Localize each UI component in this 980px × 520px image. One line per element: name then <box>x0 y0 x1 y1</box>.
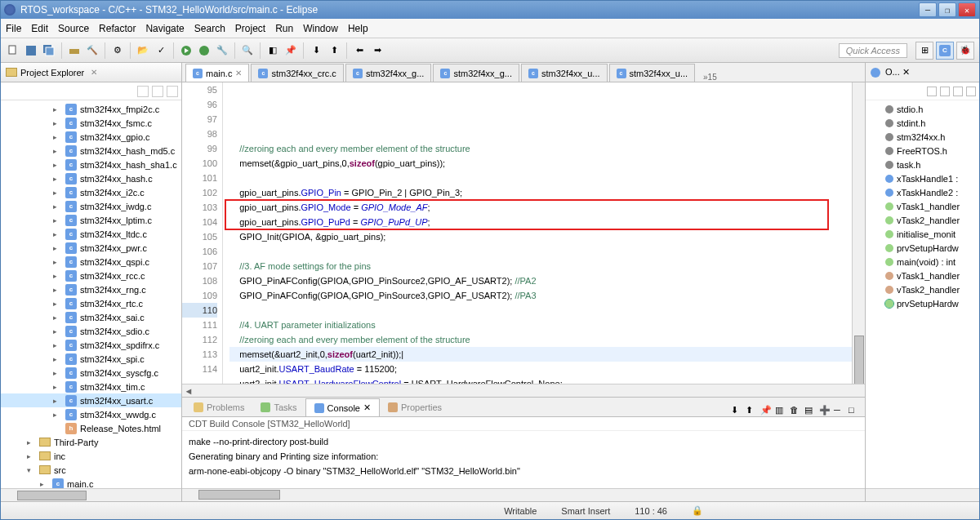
editor-tab[interactable]: cstm32f4xx_g... <box>345 64 432 82</box>
run-button[interactable] <box>179 43 194 58</box>
outline-item[interactable]: vTask1_handler <box>866 199 979 213</box>
ext-tools-button[interactable]: 🔧 <box>215 43 229 58</box>
tree-file-item[interactable]: ▸cstm32f4xx_hash_sha1.c <box>1 158 181 171</box>
project-tree-hscroll[interactable] <box>1 488 181 501</box>
outline-item[interactable]: xTaskHandle2 : <box>866 185 979 199</box>
quick-access-input[interactable]: Quick Access <box>839 43 907 58</box>
outline-sort-icon[interactable] <box>927 87 937 96</box>
menu-help[interactable]: Help <box>348 23 368 34</box>
editor-tab[interactable]: cstm32f4xx_u... <box>609 64 696 82</box>
debug-button[interactable] <box>197 43 212 58</box>
tree-file-item[interactable]: ▸cstm32f4xx_lptim.c <box>1 213 181 227</box>
menu-window[interactable]: Window <box>303 23 338 34</box>
code-editor[interactable]: 9596979899100101102103104105106107108109… <box>182 82 865 384</box>
tree-file-item[interactable]: ▸cstm32f4xx_iwdg.c <box>1 199 181 213</box>
close-console-icon[interactable]: ✕ <box>363 402 371 413</box>
console-body[interactable]: make --no-print-directory post-build Gen… <box>182 431 865 488</box>
tab-problems[interactable]: Problems <box>185 398 252 416</box>
debug-perspective-button[interactable]: 🐞 <box>956 42 974 60</box>
editor-vscroll[interactable] <box>852 82 865 384</box>
outline-item[interactable]: prvSetupHardw <box>866 296 979 310</box>
tree-file-item[interactable]: ▸cstm32f4xx_qspi.c <box>1 255 181 269</box>
tree-file-item[interactable]: ▸cstm32f4xx_fmpi2c.c <box>1 102 181 116</box>
save-all-button[interactable] <box>42 43 56 58</box>
outline-filter-icon[interactable] <box>940 87 950 96</box>
build-button[interactable] <box>67 43 82 58</box>
task-button[interactable]: ✓ <box>154 43 168 58</box>
tree-file-item[interactable]: ▸cstm32f4xx_hash_md5.c <box>1 144 181 158</box>
tab-properties[interactable]: Properties <box>380 398 450 416</box>
tree-file-item[interactable]: ▸cstm32f4xx_rng.c <box>1 282 181 296</box>
display-selected-icon[interactable]: ▥ <box>775 405 786 416</box>
tree-file-item[interactable]: ▸cstm32f4xx_rcc.c <box>1 269 181 282</box>
outline-item[interactable]: stdio.h <box>866 102 979 116</box>
tree-file-item[interactable]: ▸cstm32f4xx_usart.c <box>1 393 181 407</box>
build-all-button[interactable]: 🔨 <box>85 43 100 58</box>
outline-hide-icon[interactable] <box>953 87 963 96</box>
link-editor-icon[interactable] <box>152 86 163 97</box>
outline-item[interactable]: task.h <box>866 158 979 171</box>
outline-hscroll[interactable] <box>866 488 979 501</box>
menu-project[interactable]: Project <box>235 23 265 34</box>
tree-folder-item[interactable]: ▾src <box>1 463 181 477</box>
close-button[interactable]: ✕ <box>958 2 976 17</box>
minimize-button[interactable]: ─ <box>919 2 937 17</box>
open-console-icon[interactable]: ▤ <box>804 405 816 416</box>
code-content[interactable]: //zeroing each and every member element … <box>223 82 852 384</box>
outline-list[interactable]: stdio.hstdint.hstm32f4xx.hFreeRTOS.htask… <box>866 100 979 488</box>
tree-file-item[interactable]: ▸cstm32f4xx_wwdg.c <box>1 407 181 421</box>
outline-item[interactable]: vTask2_handler <box>866 213 979 227</box>
next-annotation-icon[interactable]: ⬇ <box>309 43 323 58</box>
tree-file-item[interactable]: ▸cstm32f4xx_spi.c <box>1 352 181 366</box>
tree-file-item[interactable]: ▸cstm32f4xx_spdifrx.c <box>1 338 181 352</box>
tree-file-item[interactable]: ▸cstm32f4xx_tim.c <box>1 380 181 393</box>
tree-file-item[interactable]: ▸cstm32f4xx_syscfg.c <box>1 366 181 380</box>
editor-tab[interactable]: cstm32f4xx_u... <box>521 64 608 82</box>
clear-console-icon[interactable]: 🗑 <box>790 405 801 416</box>
view-menu-icon[interactable] <box>167 86 178 97</box>
tree-file-item[interactable]: ▸cstm32f4xx_fsmc.c <box>1 116 181 130</box>
outline-item[interactable]: vTask2_handler <box>866 282 979 296</box>
scroll-down-icon[interactable]: ⬇ <box>731 405 742 416</box>
menu-search[interactable]: Search <box>194 23 225 34</box>
outline-item[interactable]: main(void) : int <box>866 255 979 269</box>
console-hscroll[interactable] <box>182 488 865 501</box>
tab-tasks[interactable]: Tasks <box>252 398 305 416</box>
close-tab-icon[interactable]: ✕ <box>91 68 97 77</box>
outline-tab[interactable]: O... ✕ <box>866 63 979 82</box>
tree-file-item[interactable]: ▸cstm32f4xx_sai.c <box>1 310 181 324</box>
collapse-all-icon[interactable] <box>137 86 149 97</box>
outline-item[interactable]: stdint.h <box>866 116 979 130</box>
outline-item[interactable]: FreeRTOS.h <box>866 144 979 158</box>
tree-file-item[interactable]: ▸cstm32f4xx_gpio.c <box>1 130 181 144</box>
scroll-up-icon[interactable]: ⬆ <box>746 405 757 416</box>
tree-file-item[interactable]: ▸cstm32f4xx_hash.c <box>1 171 181 185</box>
menu-refactor[interactable]: Refactor <box>99 23 136 34</box>
tree-folder-item[interactable]: ▸Third-Party <box>1 435 181 449</box>
maximize-panel-icon[interactable]: □ <box>849 405 860 416</box>
search-button[interactable]: 🔍 <box>240 43 255 58</box>
minimize-panel-icon[interactable]: ─ <box>834 405 845 416</box>
editor-tab[interactable]: cstm32f4xx_crc.c <box>251 64 343 82</box>
menu-file[interactable]: File <box>6 23 21 34</box>
outline-item[interactable]: xTaskHandle1 : <box>866 171 979 185</box>
toggle-mark-button[interactable]: ◧ <box>265 43 280 58</box>
editor-hscroll[interactable]: ◄ <box>182 384 865 397</box>
new-console-icon[interactable]: ➕ <box>819 405 831 416</box>
save-button[interactable] <box>24 43 38 58</box>
tree-folder-item[interactable]: ▸inc <box>1 449 181 463</box>
c-perspective-button[interactable]: C <box>936 42 954 60</box>
tree-file-item[interactable]: ▸cstm32f4xx_rtc.c <box>1 296 181 310</box>
tree-file-item[interactable]: ▸cstm32f4xx_i2c.c <box>1 185 181 199</box>
maximize-button[interactable]: ❐ <box>938 2 956 17</box>
outline-item[interactable]: vTask1_handler <box>866 269 979 282</box>
forward-button[interactable]: ➡ <box>370 43 385 58</box>
pin-button[interactable]: 📌 <box>283 43 298 58</box>
tree-file-item[interactable]: ▸cstm32f4xx_ltdc.c <box>1 227 181 241</box>
tree-file-item[interactable]: ▸cmain.c <box>1 477 181 488</box>
menu-run[interactable]: Run <box>275 23 293 34</box>
tab-console[interactable]: Console✕ <box>305 398 380 416</box>
prev-annotation-icon[interactable]: ⬆ <box>327 43 341 58</box>
open-perspective-button[interactable]: ⊞ <box>915 42 933 60</box>
outline-menu-icon[interactable] <box>966 87 976 96</box>
